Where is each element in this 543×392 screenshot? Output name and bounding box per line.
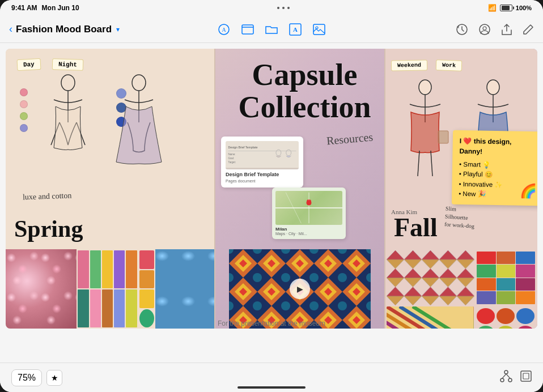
bottom-right-icons [500, 370, 532, 385]
text-insert-icon[interactable]: A [289, 23, 302, 36]
chevron-tile [387, 250, 474, 305]
fall-label: Fall [394, 215, 438, 241]
strip-green [90, 250, 101, 288]
map-bg [275, 191, 342, 225]
night-tag: Night [52, 58, 83, 71]
svg-point-56 [508, 378, 512, 382]
design-brief-title: Design Brief Template [226, 172, 299, 177]
work-tag: Work [436, 59, 463, 71]
section-center: Resources Design Brief Template Name: Go… [215, 49, 384, 329]
geometric-tile: ▶ [215, 249, 384, 329]
small-swatches-column [138, 249, 155, 329]
svg-rect-47 [387, 250, 474, 305]
history-icon[interactable] [456, 23, 468, 36]
wifi-icon: 📶 [488, 4, 497, 12]
battery-icon [500, 5, 512, 11]
strip-yellow [102, 250, 113, 288]
ps-3 [516, 252, 535, 264]
map-city-label: Milan [275, 227, 342, 232]
view-square-icon[interactable] [520, 370, 532, 385]
macarons-tile [155, 249, 214, 329]
flowers-tile [6, 249, 77, 329]
dot-3 [287, 7, 290, 9]
ps-1 [477, 252, 496, 264]
collaborator-icon[interactable] [478, 23, 491, 36]
battery-fill [502, 6, 510, 10]
circled-a-icon[interactable]: A [218, 23, 230, 36]
svg-point-15 [132, 75, 146, 91]
battery-percent: 100% [516, 5, 532, 11]
sticky-line1: I ❤️ this design, [460, 136, 537, 147]
sticky-note[interactable]: I ❤️ this design, Danny! • Smart 💡 • Pla… [452, 130, 537, 206]
svg-point-55 [500, 378, 504, 382]
ipad-frame: 9:41 AM Mon Jun 10 📶 100% [0, 0, 543, 392]
battery-tip [513, 7, 514, 10]
zoom-control[interactable]: 75% [11, 369, 42, 386]
day-tag: Day [17, 58, 41, 71]
svg-line-58 [506, 374, 510, 378]
nav-bar: ‹ Fashion Mood Board ▾ A [0, 16, 543, 43]
folder-icon[interactable] [265, 24, 278, 35]
swatch-light-pink [20, 100, 28, 108]
small-swatch-3 [139, 289, 154, 308]
nav-right-icons [359, 23, 534, 36]
svg-rect-59 [521, 371, 531, 381]
status-bar-center [277, 7, 290, 9]
map-roads-svg [275, 191, 342, 225]
insert-image-icon[interactable] [313, 24, 325, 35]
design-brief-svg: Design Brief Template Name: Goal: Target… [226, 141, 299, 169]
play-button[interactable]: ▶ [290, 279, 310, 299]
fabric-strips-tile [77, 249, 138, 329]
svg-point-11 [61, 75, 75, 91]
small-swatch-1 [139, 250, 154, 269]
ps-9 [516, 278, 535, 291]
network-icon[interactable] [500, 370, 512, 385]
svg-line-57 [502, 374, 506, 378]
nav-left: ‹ Fashion Mood Board ▾ [9, 23, 184, 35]
svg-text:Goal:: Goal: [228, 157, 234, 160]
edit-icon[interactable] [523, 24, 534, 35]
ps-12 [516, 291, 535, 304]
svg-text:A: A [293, 26, 298, 33]
palette-squares [476, 250, 536, 305]
right-bottom-tiles [385, 249, 537, 329]
canvas-area[interactable]: Day Night [0, 43, 543, 363]
map-sublabel: Maps · City · Mil... [275, 232, 342, 236]
canvas-caption: For the presentation at the museum [0, 319, 543, 327]
ps-8 [497, 278, 516, 291]
ps-2 [497, 252, 516, 264]
browser-icon[interactable] [241, 24, 254, 35]
share-icon[interactable] [501, 23, 512, 36]
status-bar: 9:41 AM Mon Jun 10 📶 100% [0, 0, 543, 16]
strip-purple [114, 250, 125, 288]
svg-rect-60 [523, 373, 529, 379]
status-date: Mon Jun 10 [42, 4, 79, 12]
page-title: Fashion Mood Board [16, 24, 112, 35]
ps-11 [497, 291, 516, 304]
fashion-sketches [28, 71, 193, 190]
svg-text:A: A [222, 27, 226, 33]
weekend-tag: Weekend [391, 59, 427, 71]
ps-7 [477, 278, 496, 291]
weekend-work-tags: Weekend Work [391, 60, 462, 71]
design-brief-card[interactable]: Design Brief Template Name: Goal: Target… [221, 137, 303, 188]
home-indicator [237, 386, 306, 389]
slim-silhouette-text: SlimSilhouettefor work-dog [444, 204, 476, 231]
map-card[interactable]: Milan Maps · City · Mil... [272, 188, 346, 239]
favorites-star-button[interactable]: ★ [46, 370, 62, 386]
title-dropdown-icon[interactable]: ▾ [116, 25, 120, 33]
star-icon: ★ [51, 373, 58, 382]
rainbow-emoji: 🌈 [520, 181, 537, 202]
back-button[interactable]: ‹ [9, 23, 12, 35]
spring-label: Spring [14, 217, 83, 241]
ps-10 [477, 291, 496, 304]
right-tiles-row1 [387, 250, 536, 305]
section-left: Day Night [6, 49, 215, 329]
status-bar-left: 9:41 AM Mon Jun 10 [11, 4, 79, 12]
zoom-label: 75% [18, 373, 36, 383]
svg-point-38 [419, 80, 431, 95]
macarons-overlay [155, 249, 214, 329]
svg-rect-6 [313, 24, 325, 35]
ps-4 [477, 265, 496, 277]
day-night-tags: Day Night [17, 59, 83, 70]
